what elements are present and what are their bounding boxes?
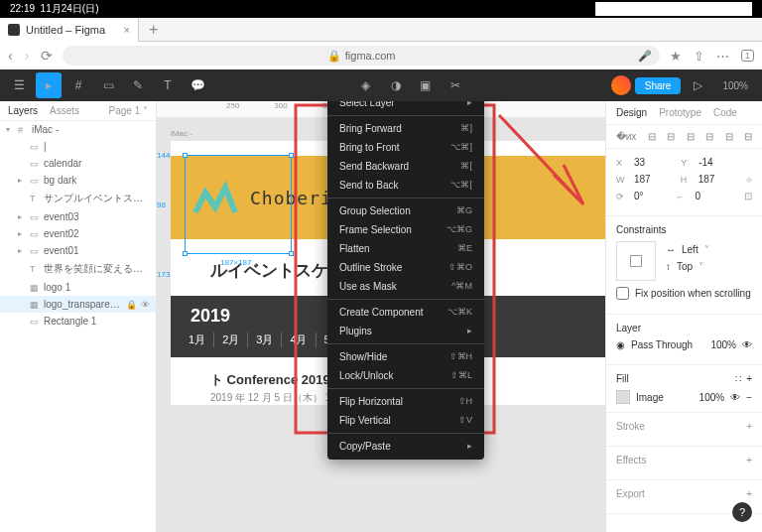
corner-input[interactable]: 0	[696, 191, 701, 201]
tab-code[interactable]: Code	[713, 107, 737, 118]
browser-tab[interactable]: Untitled – Figma ×	[0, 18, 139, 42]
month-label: 3月	[248, 332, 282, 347]
tab-design[interactable]: Design	[616, 107, 647, 118]
layer-item[interactable]: ▦logo 1	[0, 279, 156, 296]
tab-title: Untitled – Figma	[26, 24, 105, 36]
lock-icon: 🔒	[327, 50, 341, 63]
add-export-button[interactable]: +	[746, 488, 752, 499]
shape-tool[interactable]: ▭	[95, 72, 121, 98]
frame-tool[interactable]: #	[65, 72, 91, 98]
crop-button[interactable]: ✂	[443, 72, 468, 98]
w-input[interactable]: 187	[634, 174, 651, 185]
layer-item[interactable]: Tサンプルイベントスケジュール	[0, 189, 156, 208]
menu-item[interactable]: Send to Back⌥⌘[	[327, 176, 484, 195]
style-icon[interactable]: ∷	[735, 373, 741, 384]
layer-item[interactable]: ▸▭event03	[0, 208, 156, 225]
menu-item[interactable]: Group Selection⌘G	[327, 201, 484, 220]
month-label: 1月	[181, 332, 214, 347]
constraint-box[interactable]	[616, 241, 656, 281]
tab-layers[interactable]: Layers	[8, 105, 38, 116]
rotation-input[interactable]: 0°	[634, 191, 644, 201]
h-input[interactable]: 187	[698, 174, 715, 185]
menu-item[interactable]: Frame Selection⌥⌘G	[327, 220, 484, 239]
comment-tool[interactable]: 💬	[185, 72, 210, 98]
back-button[interactable]: ‹	[8, 48, 13, 64]
layer-item[interactable]: ▸▭bg dark	[0, 172, 156, 189]
zoom-select[interactable]: 100%	[714, 80, 756, 91]
star-icon[interactable]: ★	[670, 49, 682, 64]
more-icon[interactable]: ⋯	[716, 49, 729, 64]
menu-item[interactable]: Show/Hide⇧⌘H	[327, 347, 484, 366]
mic-icon[interactable]: 🎤	[638, 50, 652, 63]
remove-fill-button[interactable]: −	[746, 392, 752, 403]
layer-item[interactable]: ▸▭event01	[0, 242, 156, 259]
menu-item[interactable]: Outline Stroke⇧⌘O	[327, 258, 484, 277]
context-menu: Select Layer▸Bring Forward⌘]Bring to Fro…	[327, 101, 484, 460]
component-button[interactable]: ◈	[353, 72, 379, 98]
share-icon[interactable]: ⇧	[694, 49, 704, 64]
close-icon[interactable]: ×	[124, 24, 130, 36]
add-stroke-button[interactable]: +	[746, 421, 752, 432]
move-tool[interactable]: ▸	[36, 72, 62, 98]
pen-tool[interactable]: ✎	[125, 72, 151, 98]
layer-item[interactable]: ▦logo_transparent 1🔒👁	[0, 296, 156, 313]
opacity-input[interactable]: 100%	[710, 339, 736, 350]
menu-item[interactable]: Plugins▸	[327, 322, 484, 340]
menu-button[interactable]: ☰	[6, 72, 32, 98]
page-select[interactable]: Page 1 ˅	[109, 105, 148, 116]
menu-item[interactable]: Flatten⌘E	[327, 239, 484, 258]
favicon-icon	[8, 24, 20, 36]
add-effect-button[interactable]: +	[746, 455, 752, 466]
fix-position-checkbox[interactable]	[616, 287, 629, 300]
menu-item[interactable]: Bring to Front⌥⌘]	[327, 138, 484, 157]
link-icon[interactable]: ⟐	[746, 174, 752, 185]
menu-item[interactable]: Send Backward⌘[	[327, 157, 484, 176]
layer-item[interactable]: ▾#iMac -	[0, 121, 156, 138]
y-input[interactable]: -14	[698, 157, 712, 168]
blend-mode[interactable]: Pass Through	[631, 339, 693, 350]
constraint-h[interactable]: Left	[682, 244, 698, 255]
eye-icon[interactable]: 👁	[730, 392, 740, 403]
headphones-icon: ♫	[611, 4, 619, 15]
text-tool[interactable]: T	[155, 72, 181, 98]
layer-item[interactable]: T世界を笑顔に変えるイ…	[0, 259, 156, 279]
canvas[interactable]: 250300320350400450 iMac - 144 98 173 Cho…	[157, 101, 605, 532]
tab-assets[interactable]: Assets	[50, 105, 79, 116]
layers-panel: Layers Assets Page 1 ˅ ▾#iMac -▭|▭calend…	[0, 101, 157, 532]
expand-icon[interactable]: ⊡	[744, 191, 752, 201]
layer-item[interactable]: ▭|	[0, 138, 156, 155]
layer-item[interactable]: ▭Rectangle 1	[0, 313, 156, 330]
new-tab-button[interactable]: +	[139, 21, 168, 39]
menu-item[interactable]: Bring Forward⌘]	[327, 119, 484, 138]
inspect-panel: Design Prototype Code �их⊟⊟⊟⊟⊟⊟ X33 Y-14…	[605, 101, 762, 532]
menu-item[interactable]: Use as Mask^⌘M	[327, 277, 484, 296]
share-button[interactable]: Share	[635, 77, 682, 94]
fill-type[interactable]: Image	[636, 392, 664, 403]
boolean-button[interactable]: ▣	[413, 72, 439, 98]
forward-button[interactable]: ›	[25, 48, 30, 64]
fill-swatch[interactable]	[616, 390, 630, 404]
tab-count[interactable]: 1	[741, 50, 754, 62]
menu-item[interactable]: Select Layer▸	[327, 101, 484, 112]
menu-item[interactable]: Lock/Unlock⇧⌘L	[327, 366, 484, 385]
address-field[interactable]: 🔒 figma.com 🎤	[63, 46, 660, 66]
tab-prototype[interactable]: Prototype	[659, 107, 701, 118]
menu-item[interactable]: Flip Vertical⇧V	[327, 411, 484, 430]
reload-button[interactable]: ⟳	[41, 48, 53, 64]
menu-item[interactable]: Flip Horizontal⇧H	[327, 392, 484, 411]
mask-button[interactable]: ◑	[383, 72, 409, 98]
menu-item[interactable]: Copy/Paste▸	[327, 437, 484, 456]
constraint-v[interactable]: Top	[677, 261, 693, 272]
selection-box[interactable]	[185, 155, 292, 254]
play-button[interactable]: ▷	[685, 72, 710, 98]
align-tools[interactable]: �их⊟⊟⊟⊟⊟⊟	[606, 125, 762, 149]
avatar[interactable]	[611, 75, 631, 95]
add-fill-button[interactable]: +	[746, 373, 752, 384]
help-button[interactable]: ?	[732, 502, 752, 522]
frame-label[interactable]: iMac -	[171, 129, 192, 138]
eye-icon[interactable]: 👁	[742, 339, 752, 350]
menu-item[interactable]: Create Component⌥⌘K	[327, 303, 484, 322]
layer-item[interactable]: ▸▭event02	[0, 225, 156, 242]
x-input[interactable]: 33	[634, 157, 645, 168]
layer-item[interactable]: ▭calendar	[0, 155, 156, 172]
